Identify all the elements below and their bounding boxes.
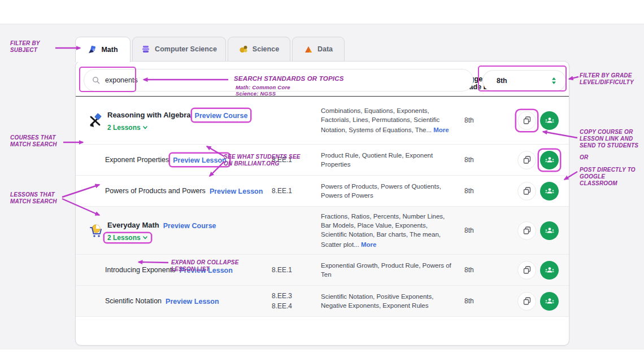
share-cell: [520, 260, 560, 281]
row-title: Reasoning with Algebra: [107, 111, 191, 119]
tab-data-label: Data: [317, 45, 333, 53]
more-link[interactable]: More: [361, 240, 376, 249]
copy-link-button[interactable]: [517, 182, 536, 200]
preview-link[interactable]: Preview Course: [163, 222, 216, 230]
topics-cell: Scientific Notation, Positive Exponents,…: [321, 292, 461, 310]
select-arrows-icon: [551, 77, 556, 85]
topics-text: Combinations, Equations, Exponents, Fact…: [321, 107, 440, 133]
chevron-down-icon: [143, 126, 147, 129]
topics-cell: Product Rule, Quotient Rule, Exponent Pr…: [321, 151, 461, 169]
classroom-button-wrap: [539, 110, 560, 131]
preview-link[interactable]: Preview Lesson: [210, 187, 263, 195]
google-classroom-icon: [545, 155, 555, 164]
row-title: Scientific Notation: [105, 297, 162, 305]
search-input[interactable]: [105, 76, 218, 84]
lessons-count-label: 2 Lessons: [107, 234, 141, 242]
share-cell: [520, 291, 560, 312]
tab-math-label: Math: [101, 46, 118, 54]
annotation-post-classroom: POST DIRECTLY TO GOOGLE CLASSROOM: [580, 167, 636, 187]
preview-link[interactable]: Preview Lesson: [173, 156, 227, 164]
google-classroom-icon: [545, 186, 555, 195]
topics-text: Powers of Products, Powers of Quotients,…: [321, 183, 441, 199]
results-rows: Reasoning with Algebra Preview Course 2 …: [76, 97, 569, 317]
annotation-copy-hint: COPY COURSE OR LESSON LINK AND SEND TO S…: [580, 129, 638, 149]
copy-link-button[interactable]: [517, 151, 536, 169]
bottom-bar: [0, 350, 644, 362]
grade-cell: 8th: [461, 156, 520, 164]
google-classroom-share-button[interactable]: [540, 261, 559, 280]
table-row[interactable]: Everyday Math Preview Course 2 Lessons F…: [76, 207, 569, 255]
share-cell: [520, 220, 560, 241]
chevron-down-icon: [143, 236, 147, 239]
copy-link-button[interactable]: [517, 261, 536, 280]
top-bar: [0, 0, 644, 24]
annotation-grade-hint: FILTER BY GRADE LEVEL/DIFFICULTY: [580, 72, 634, 86]
preview-link[interactable]: Preview Course: [195, 112, 248, 120]
google-classroom-share-button[interactable]: [540, 151, 559, 169]
grade-cell: 8th: [461, 226, 520, 234]
annotation-or: OR: [580, 154, 588, 161]
standards-cell: 8.EE.1: [272, 186, 321, 196]
table-row[interactable]: Powers of Products and Powers Preview Le…: [76, 176, 569, 207]
topics-cell: Fractions, Ratios, Percents, Number Line…: [321, 212, 461, 249]
copy-button-wrap: [516, 110, 537, 131]
google-classroom-icon: [545, 265, 555, 274]
grade-cell: 8th: [461, 297, 520, 305]
copy-button-wrap: [516, 260, 537, 281]
table-row[interactable]: Introducing Exponents Preview Lesson 8.E…: [76, 255, 569, 286]
google-classroom-share-button[interactable]: [540, 221, 559, 240]
copy-button-wrap: [516, 291, 537, 312]
tab-computer-science[interactable]: Computer Science: [132, 37, 226, 61]
math-subject-icon: [88, 45, 97, 54]
preview-link-wrap: Preview Lesson: [163, 295, 222, 307]
share-cell: [520, 150, 560, 171]
course-name-cell: Scientific Notation Preview Lesson: [88, 295, 272, 307]
computer-science-subject-icon: [141, 45, 150, 54]
standards-cell: 8.EE.3 8.EE.4: [272, 291, 321, 311]
preview-link-wrap: Preview Lesson: [170, 154, 229, 166]
preview-link-wrap: Preview Course: [192, 109, 251, 121]
tab-science-label: Science: [253, 45, 279, 53]
tab-science[interactable]: Science: [228, 37, 290, 61]
topics-text: Product Rule, Quotient Rule, Exponent Pr…: [321, 152, 433, 168]
preview-link[interactable]: Preview Lesson: [166, 298, 219, 306]
topics-text: Scientific Notation, Positive Exponents,…: [321, 293, 433, 309]
more-link[interactable]: More: [433, 125, 449, 134]
google-classroom-icon: [545, 226, 555, 235]
course-icon-everyday-math: [88, 223, 103, 238]
data-subject-icon: [304, 45, 313, 54]
course-name-cell: Everyday Math Preview Course 2 Lessons: [88, 219, 272, 242]
lessons-toggle[interactable]: 2 Lessons: [105, 233, 151, 242]
arrow-grade-hint: [569, 77, 578, 79]
grade-select-value: 8th: [497, 77, 551, 85]
standards-cell: 8.EE.1: [272, 265, 321, 275]
table-row[interactable]: Scientific Notation Preview Lesson 8.EE.…: [76, 286, 569, 317]
grade-cell: 8th: [461, 187, 520, 195]
tab-data[interactable]: Data: [292, 37, 345, 61]
copy-link-button[interactable]: [517, 221, 536, 240]
topics-cell: Powers of Products, Powers of Quotients,…: [321, 182, 461, 200]
copy-icon: [523, 187, 531, 195]
classroom-button-wrap: [539, 260, 560, 281]
annotation-expand-collapse: EXPAND OR COLLAPSE LESSON LIST: [171, 259, 239, 273]
google-classroom-share-button[interactable]: [540, 111, 559, 130]
table-row[interactable]: Reasoning with Algebra Preview Course 2 …: [76, 97, 569, 145]
lessons-toggle[interactable]: 2 Lessons: [105, 123, 151, 132]
copy-link-button[interactable]: [517, 292, 536, 311]
tab-computer-science-label: Computer Science: [155, 45, 217, 53]
preview-link-wrap: Preview Lesson: [207, 185, 266, 197]
row-title: Everyday Math: [107, 221, 159, 229]
google-classroom-share-button[interactable]: [540, 182, 559, 200]
grade-select[interactable]: 8th: [482, 70, 566, 91]
copy-icon: [523, 297, 531, 305]
google-classroom-share-button[interactable]: [540, 292, 559, 311]
copy-icon: [523, 266, 531, 274]
topics-text: Exponential Growth, Product Rule, Powers…: [321, 262, 451, 278]
copy-link-button[interactable]: [517, 111, 536, 130]
course-name-cell: Reasoning with Algebra Preview Course 2 …: [88, 109, 272, 132]
annotation-see-students: SEE WHAT STUDENTS SEE ON BRILLIANT.ORG: [224, 154, 301, 167]
table-row[interactable]: Exponent Properties Preview Lesson 8.EE.…: [76, 145, 569, 176]
classroom-button-wrap: [539, 181, 560, 202]
topics-cell: Exponential Growth, Product Rule, Powers…: [321, 261, 461, 279]
tab-math[interactable]: Math: [75, 37, 130, 62]
